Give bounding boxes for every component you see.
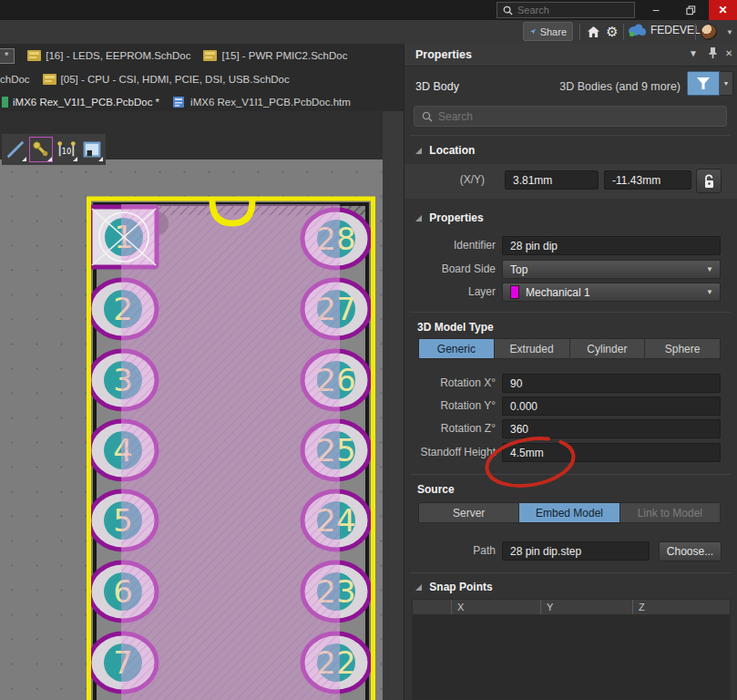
- cloud-icon: [627, 23, 647, 37]
- unlock-icon: [703, 174, 715, 189]
- filter-button[interactable]: [687, 71, 720, 96]
- filter-dropdown-button[interactable]: ▼: [720, 71, 733, 96]
- search-input[interactable]: [517, 5, 618, 15]
- schdoc-icon: [43, 74, 56, 85]
- tab-label: [15] - PWR PMIC2.SchDoc: [221, 50, 347, 61]
- close-button[interactable]: ✕: [709, 0, 737, 20]
- source-embed-model[interactable]: Embed Model: [519, 503, 619, 522]
- filter-funnel-icon: [696, 77, 711, 90]
- tab-label: iMX6 Rex_V1I1_PCB.PcbDoc *: [13, 97, 159, 108]
- identifier-label: Identifier: [414, 239, 496, 252]
- 3d-body-overlay[interactable]: [121, 204, 340, 700]
- panel-header[interactable]: Properties ▼ ✕: [404, 44, 737, 67]
- tab-pwr-pmic2[interactable]: [15] - PWR PMIC2.SchDoc: [203, 50, 347, 61]
- avatar[interactable]: [700, 23, 718, 41]
- dimension-tool-button[interactable]: 10: [56, 138, 77, 161]
- line-tool-button[interactable]: [5, 138, 26, 161]
- tab-label: iMX6 Rex_V1I1_PCB.PcbDoc.htm: [190, 97, 351, 108]
- room-tool-button[interactable]: [81, 138, 103, 161]
- path-label: Path: [414, 544, 496, 557]
- location-x-field[interactable]: [505, 170, 599, 190]
- restore-icon: [686, 5, 696, 15]
- rotation-z-field[interactable]: [502, 419, 721, 438]
- restore-button[interactable]: [676, 0, 705, 20]
- global-search-box[interactable]: [496, 2, 635, 18]
- avatar-caret-icon[interactable]: ▼: [721, 23, 737, 41]
- htm-doc-icon: [172, 97, 186, 108]
- source-segmented-control: Server Embed Model Link to Model: [418, 502, 721, 523]
- pin-icon[interactable]: [708, 46, 718, 60]
- snap-col-y[interactable]: Y: [540, 600, 632, 614]
- share-icon: [529, 26, 537, 36]
- tab-partial-active[interactable]: *: [0, 48, 15, 64]
- tab-label: [16] - LEDS, EEPROM.SchDoc: [46, 50, 190, 61]
- settings-gear-icon[interactable]: ⚙: [603, 23, 621, 41]
- rotation-x-field[interactable]: [502, 374, 721, 393]
- snap-points-table-header: X Y Z: [412, 599, 731, 615]
- collapse-marker-icon: [415, 584, 422, 591]
- standoff-height-field[interactable]: [502, 443, 721, 462]
- rotation-z-label: Rotation Z°: [414, 422, 496, 435]
- rotation-y-label: Rotation Y°: [414, 399, 496, 412]
- search-icon: [503, 5, 513, 15]
- divider: [410, 135, 731, 136]
- xy-label: (X/Y): [412, 173, 485, 186]
- layer-color-swatch: [510, 285, 519, 299]
- panel-search-box[interactable]: [414, 106, 727, 127]
- search-icon: [422, 111, 433, 122]
- model-type-sphere[interactable]: Sphere: [645, 339, 720, 358]
- lock-location-button[interactable]: [696, 169, 722, 193]
- home-icon[interactable]: [584, 23, 602, 41]
- source-server[interactable]: Server: [419, 503, 519, 522]
- account-name: FEDEVEL: [650, 24, 701, 36]
- tab-cpu-csi-hdmi[interactable]: [05] - CPU - CSI, HDMI, PCIE, DSI, USB.S…: [43, 74, 290, 85]
- tab-leds-eeprom[interactable]: [16] - LEDS, EEPROM.SchDoc: [27, 50, 190, 61]
- snap-col-z[interactable]: Z: [632, 600, 730, 614]
- panel-title: Properties: [415, 48, 472, 61]
- tab-label: [05] - CPU - CSI, HDMI, PCIE, DSI, USB.S…: [61, 74, 290, 85]
- path-field[interactable]: [502, 541, 650, 561]
- tab-partial-cut[interactable]: chDoc: [0, 74, 30, 85]
- minimize-button[interactable]: –: [640, 0, 671, 20]
- layer-label: Layer: [414, 285, 496, 298]
- snap-col-x[interactable]: X: [451, 600, 540, 614]
- section-properties[interactable]: Properties: [415, 211, 484, 224]
- divider: [410, 474, 731, 475]
- panel-close-icon[interactable]: ✕: [725, 48, 732, 58]
- board-side-dropdown[interactable]: Top ▼: [502, 260, 721, 279]
- snap-col-blank[interactable]: [413, 600, 451, 614]
- separator: [623, 24, 624, 40]
- pad-tool-button[interactable]: [30, 138, 52, 161]
- pcb-canvas[interactable]: 1 2 3 4 5 6 7: [0, 160, 383, 700]
- model-type-segmented-control: Generic Extruded Cylinder Sphere: [418, 338, 721, 359]
- panel-search-input[interactable]: [438, 110, 693, 123]
- tab-pcbdoc-htm[interactable]: iMX6 Rex_V1I1_PCB.PcbDoc.htm: [172, 97, 351, 108]
- identifier-field[interactable]: [502, 236, 721, 255]
- schdoc-icon: [27, 50, 41, 61]
- snap-points-table-body[interactable]: [412, 615, 731, 700]
- object-type-label: 3D Body: [415, 80, 459, 93]
- drawing-toolbar: 10: [2, 134, 106, 165]
- account-area[interactable]: FEDEVEL: [627, 23, 701, 37]
- chevron-down-icon: ▼: [706, 288, 713, 296]
- rotation-y-field[interactable]: [502, 396, 721, 416]
- viewport-edge-strip: [383, 111, 404, 700]
- pcbdoc-icon: [2, 97, 8, 108]
- layer-dropdown[interactable]: Mechanical 1 ▼: [502, 283, 721, 302]
- panel-menu-caret-icon[interactable]: ▼: [689, 48, 698, 58]
- document-tab-strip: * [16] - LEDS, EEPROM.SchDoc [15] - PWR …: [0, 44, 404, 111]
- divider: [410, 572, 731, 573]
- model-type-generic[interactable]: Generic: [419, 339, 495, 358]
- model-type-cylinder[interactable]: Cylinder: [570, 339, 646, 358]
- tab-pcbdoc[interactable]: iMX6 Rex_V1I1_PCB.PcbDoc *: [2, 97, 159, 108]
- section-snap-points[interactable]: Snap Points: [415, 581, 493, 593]
- separator: [579, 24, 580, 40]
- share-button[interactable]: Share: [523, 22, 573, 41]
- model-type-extruded[interactable]: Extruded: [495, 339, 570, 358]
- source-header: Source: [417, 483, 455, 496]
- choose-file-button[interactable]: Choose...: [659, 541, 722, 561]
- location-y-field[interactable]: [604, 170, 691, 190]
- properties-panel: Properties ▼ ✕ 3D Body 3D Bodies (and 9 …: [404, 44, 737, 700]
- separator: [695, 24, 696, 40]
- section-location[interactable]: Location: [415, 144, 475, 157]
